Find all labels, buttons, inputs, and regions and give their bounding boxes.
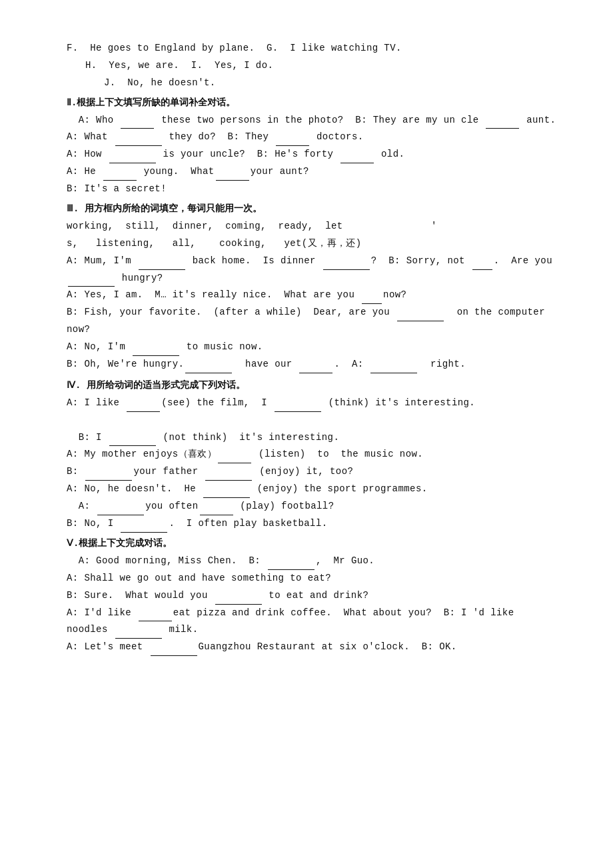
section2-line5: B: It's a secret! (67, 181, 560, 198)
blank-s4-10[interactable] (121, 532, 167, 533)
section5-line2: A: Shall we go out and have something to… (67, 570, 560, 587)
section2-line1: A: Who these two persons in the photo? B… (67, 112, 560, 129)
section2-line4: A: He young. Whatyour aunt? (67, 163, 560, 181)
blank-s2-8[interactable] (216, 180, 249, 181)
section-3-header: Ⅲ. 用方框内所给的词填空，每词只能用一次。 (67, 201, 560, 218)
section4-line4: B: your father (enjoy) it, too? (67, 463, 560, 481)
section4-line7: B: No, I . I often play basketball. (67, 515, 560, 533)
section2-line3: A: How is your uncle? B: He's forty old. (67, 146, 560, 163)
section4-spacer (67, 412, 560, 429)
section4-line2: B: I (not think) it's interesting. (67, 429, 560, 447)
section5-line5: A: Let's meet Guangzhou Restaurant at si… (67, 639, 560, 656)
section4-line1: A: I like (see) the film, I (think) it's… (67, 395, 560, 412)
blank-s2-2[interactable] (486, 128, 519, 129)
section3-line5: B: Oh, We're hungry. have our . A: right… (67, 356, 560, 373)
section4-line3: A: My mother enjoys（喜欢） (listen) to the … (67, 446, 560, 463)
section-4: Ⅳ. 用所给动词的适当形式完成下列对话。 A: I like (see) the… (67, 377, 560, 533)
blank-s2-6[interactable] (340, 163, 374, 163)
options-section: F. He goes to England by plane. G. I lik… (67, 40, 560, 92)
blank-s3-1[interactable] (139, 269, 185, 270)
section3-wordbox1: working, still, dinner, coming, ready, l… (67, 218, 560, 235)
section-4-header: Ⅳ. 用所给动词的适当形式完成下列对话。 (67, 377, 560, 395)
blank-s3-10[interactable] (370, 373, 417, 373)
section5-line1: A: Good morning, Miss Chen. B: , Mr Guo. (67, 553, 560, 570)
blank-s5-5[interactable] (151, 655, 197, 656)
options-line-3: J. No, he doesn't. (67, 75, 560, 92)
options-line-2: H. Yes, we are. I. Yes, I do. (67, 57, 560, 75)
section3-line4: A: No, I'm to music now. (67, 339, 560, 356)
blank-s3-3[interactable] (472, 269, 492, 270)
section-2: Ⅱ.根据上下文填写所缺的单词补全对话。 A: Who these two per… (67, 95, 560, 198)
blank-s4-1[interactable] (127, 411, 160, 412)
section3-line2: A: Yes, I am. M… it's really nice. What … (67, 287, 560, 304)
section3-line1: A: Mum, I'm back home. Is dinner ? B: So… (67, 253, 560, 287)
options-line-1: F. He goes to England by plane. G. I lik… (67, 40, 560, 57)
section3-line3: B: Fish, your favorite. (after a while) … (67, 304, 560, 339)
section-5-header: Ⅴ.根据上下文完成对话。 (67, 535, 560, 553)
section3-wordbox2: s, listening, all, cooking, yet(又，再，还) (67, 235, 560, 253)
section4-line6: A: you often (play) football? (67, 498, 560, 515)
blank-s5-3[interactable] (139, 621, 172, 621)
blank-s3-6[interactable] (397, 321, 444, 321)
blank-s3-9[interactable] (299, 373, 332, 373)
blank-s3-2[interactable] (323, 269, 370, 270)
section-5: Ⅴ.根据上下文完成对话。 A: Good morning, Miss Chen.… (67, 535, 560, 656)
section-2-header: Ⅱ.根据上下文填写所缺的单词补全对话。 (67, 95, 560, 112)
section5-line3: B: Sure. What would you to eat and drink… (67, 587, 560, 605)
section-3: Ⅲ. 用方框内所给的词填空，每词只能用一次。 working, still, d… (67, 201, 560, 373)
page-content: F. He goes to England by plane. G. I lik… (67, 40, 560, 656)
section5-line4: A: I'd like eat pizza and drink coffee. … (67, 605, 560, 639)
section2-line2: A: What they do? B: They doctors. (67, 129, 560, 146)
blank-s3-8[interactable] (185, 373, 232, 373)
section4-line5: A: No, he doesn't. He (enjoy) the sport … (67, 481, 560, 498)
blank-s4-2[interactable] (275, 411, 321, 412)
